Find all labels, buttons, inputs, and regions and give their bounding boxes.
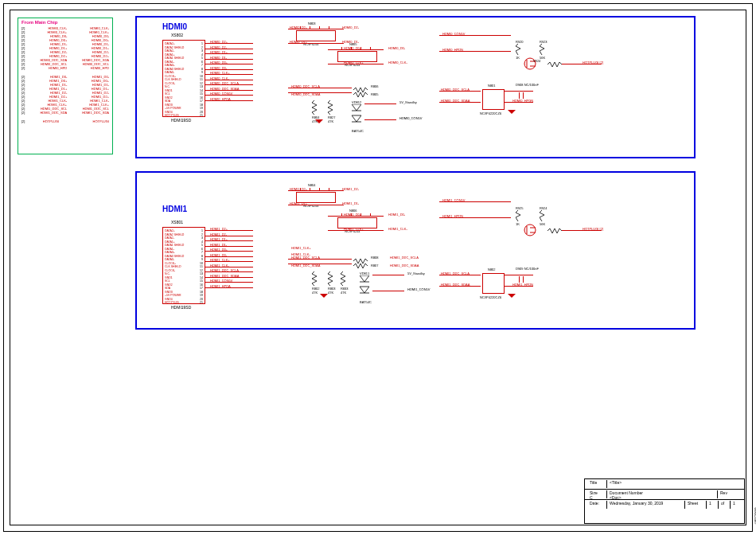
hdmi1-connector-pn: HDMI19SD — [171, 305, 191, 310]
hdmi0-block: HDMI0 XS802 DATA2+1DATA2 SHIELD2DATA2-3D… — [135, 16, 696, 158]
ground-icon — [320, 294, 328, 298]
r833: R83347K — [341, 271, 349, 295]
sheet-val: 1 — [707, 501, 719, 509]
net-label: HDMI1_HPDN — [512, 283, 533, 287]
ic3-ref: N801 — [488, 84, 496, 88]
r924: R924 56K — [540, 206, 548, 226]
ic3-ref: N802 — [488, 268, 496, 271]
net-label: HDMI1_D0- — [388, 213, 405, 217]
ic3-pn: NC/IP4220CZ6 — [480, 111, 501, 115]
net-label: HDMI0_D2- — [342, 25, 359, 29]
net-label: HDMI1_DDC_SCLA — [390, 256, 419, 260]
capacitor-icon — [519, 92, 524, 99]
net-label: HDMI1_DDC_SCLA — [291, 256, 320, 260]
r803: R80347K — [328, 271, 336, 295]
net-line — [505, 275, 533, 275]
from-main-chip-title: From Main Chip — [18, 18, 112, 26]
of-label: of — [719, 501, 731, 509]
net-label: HDMI1_CLK+ — [344, 227, 364, 231]
docnum-value: <Doc> — [610, 495, 715, 500]
rev-label: Rev — [718, 490, 742, 498]
net-line — [364, 103, 396, 104]
hdmi1-connector: XS801 DATA2+1DATA2 SHIELD2DATA2-3DATA1+4… — [162, 227, 205, 304]
size-value: C — [590, 495, 604, 500]
hdmi0-connector-ref: XS802 — [171, 33, 183, 37]
net-label: HDMI0_D2+ — [290, 25, 307, 29]
net-label: HDMI1_CON5V — [442, 198, 465, 202]
hdmi1-connector-ref: XS801 — [171, 220, 183, 225]
ground-icon — [508, 294, 516, 298]
net-line — [372, 275, 404, 275]
net-label: HDMI0_CON5V — [442, 32, 465, 36]
vd812: VD812 BAT54C — [352, 100, 364, 133]
from-main-chip-block: From Main Chip [2] HDMI0_CLK-HDMI0_CLK-[… — [18, 18, 113, 154]
net-line — [372, 291, 404, 291]
net-label: HDMI1_CLK+ — [291, 246, 311, 250]
r923: R923 56K — [540, 40, 548, 60]
diode-pn: BAT54C — [352, 129, 364, 133]
net-label: HDMI1_DDC_SDAA — [441, 283, 470, 287]
net-label: HDMI1_D1- — [342, 201, 359, 205]
hcon-label: HDMI0_CON5V — [399, 116, 422, 120]
ground-icon — [508, 110, 516, 114]
diode-pn: BAT54C — [360, 300, 372, 304]
resistor-zigzag — [548, 62, 562, 67]
diode-icon — [352, 104, 361, 128]
net-label: HDMI0_CLK- — [388, 61, 407, 64]
r827: R82747K — [328, 100, 336, 123]
diode-icon — [360, 275, 369, 299]
net-line — [505, 91, 533, 92]
ic3-pn: NC/IP4220CZ6 — [480, 295, 501, 299]
ic1-ref: N804 — [308, 183, 316, 187]
hdmi1-connector-pins: DATA2+1DATA2 SHIELD2DATA2-3DATA1+4DATA1 … — [163, 228, 205, 307]
pin-list-1: [2] HDMI0_CLK-HDMI0_CLK-[2] HDMI0_CLK+HD… — [18, 26, 112, 70]
r925: R925 1K — [516, 206, 524, 226]
net-label: HDMI0_HPGN — [512, 99, 533, 103]
r920: R920 1K — [516, 40, 524, 60]
standby-label: 5V_Standby — [407, 271, 425, 275]
date-value: Wednesday, January 30, 2019 — [607, 501, 685, 509]
net-label: HDMI0_CLK+ — [344, 61, 364, 64]
svg-marker-10 — [360, 287, 369, 293]
hdmi1-block: HDMI1 XS801 DATA2+1DATA2 SHIELD2DATA2-3D… — [135, 171, 696, 330]
net-label: HDMI0_D1+ — [290, 40, 307, 44]
resistor-zigzag — [548, 228, 562, 233]
fet-icon — [524, 224, 540, 236]
net-label: HDMI1_D2+ — [290, 187, 307, 191]
net-label: HDMI1_HPDN — [442, 214, 463, 218]
net-line — [364, 119, 396, 120]
of-val: 1 — [731, 501, 742, 509]
sheet-label: Sheet — [685, 501, 707, 509]
svg-marker-0 — [352, 104, 361, 111]
resistor-zigzag — [353, 264, 368, 268]
net-label: HDMI0_DDC_SCLA — [291, 84, 320, 88]
net-label: HDMI1_CLK- — [388, 227, 407, 231]
svg-point-12 — [524, 225, 536, 236]
title-block: Title <Title> Size C Document Number <Do… — [584, 478, 745, 524]
net-label: HDMI0_DDC_SDAA — [441, 99, 470, 103]
vd811: VD811 BAT54C — [360, 271, 372, 304]
hdmi1-ic3: N802 NC/IP4220CZ6 — [482, 273, 505, 294]
net-label: HDMI0_D0- — [388, 46, 405, 50]
hdmi0-connector-pn: HDMI19SD — [171, 118, 191, 123]
net-label: HDMI0_D0+ — [344, 46, 361, 50]
svg-marker-2 — [352, 115, 361, 122]
hdmi0-connector: XS802 DATA2+1DATA2 SHIELD2DATA2-3DATA1+4… — [162, 40, 205, 117]
r802: R80247K — [312, 271, 320, 295]
net-label: HDMI0_D1- — [342, 40, 359, 44]
net-label: HDMI1_DDC_SCLA — [441, 271, 470, 275]
hdmi0-ic3: N801 NC/IP4220CZ6 — [482, 89, 505, 110]
hotplug-row: [2] HOTPLUGI HOTPLUGI — [18, 119, 112, 123]
hdmi0-title: HDMI0 — [162, 22, 187, 31]
ground-icon — [315, 119, 323, 123]
hotplug-out-label: HOTPLUGI [2] — [583, 61, 603, 64]
net-label: HDMI0_DDC_SDAA — [291, 92, 320, 96]
net-label: HDMI1_D0+ — [344, 213, 361, 217]
net-label: HDMI1_DDC_SDAA — [390, 264, 419, 268]
ic1-ref: N803 — [308, 21, 316, 25]
net-label: HDMI1_D1+ — [290, 201, 307, 205]
date-label: Date: — [587, 501, 607, 509]
net-label: HDMI1_D2- — [342, 187, 359, 191]
title-value: <Title> — [607, 480, 742, 488]
net-label: HDMI0_HPDN — [442, 48, 463, 52]
